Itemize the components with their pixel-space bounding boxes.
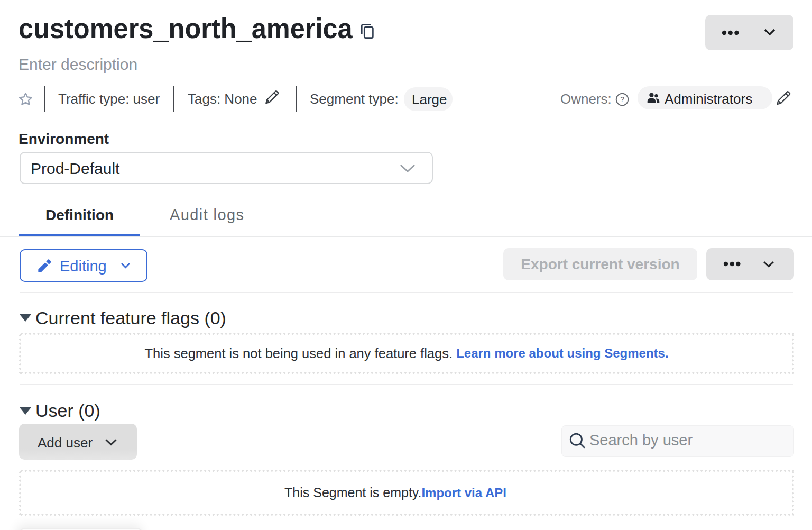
svg-text:?: ? <box>620 95 624 104</box>
